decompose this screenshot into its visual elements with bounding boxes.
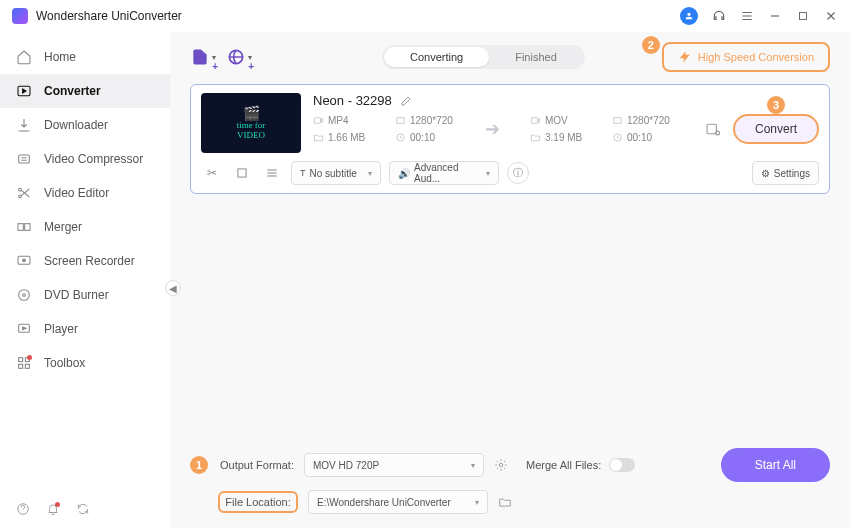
sidebar-item-converter[interactable]: Converter: [0, 74, 170, 108]
sidebar-footer: [0, 490, 170, 528]
sidebar-item-label: Player: [44, 322, 78, 336]
download-icon: [16, 117, 32, 133]
svg-point-27: [499, 463, 503, 467]
file-name: Neon - 32298: [313, 93, 392, 108]
sidebar-item-player[interactable]: Player: [0, 312, 170, 346]
item-settings-button[interactable]: ⚙Settings: [752, 161, 819, 185]
app-title: Wondershare UniConverter: [36, 9, 680, 23]
add-url-button[interactable]: +▾: [226, 44, 252, 70]
annotation-badge-2: 2: [642, 36, 660, 54]
sidebar: Home Converter Downloader Video Compress…: [0, 32, 170, 528]
svg-rect-14: [19, 364, 23, 368]
high-speed-label: High Speed Conversion: [698, 51, 814, 63]
audio-select[interactable]: 🔊Advanced Aud...▾: [389, 161, 499, 185]
sidebar-item-burner[interactable]: DVD Burner: [0, 278, 170, 312]
video-icon: [313, 115, 324, 126]
svg-rect-13: [25, 358, 29, 362]
annotation-badge-1: 1: [190, 456, 208, 474]
file-location-select[interactable]: E:\Wondershare UniConverter▾: [308, 490, 488, 514]
tab-converting[interactable]: Converting: [384, 47, 489, 67]
target-meta: MOV 1280*720 3.19 MB 00:10: [530, 115, 672, 143]
video-thumbnail[interactable]: 🎬 time for VIDEO: [201, 93, 301, 153]
format-settings-icon[interactable]: [494, 458, 508, 472]
svg-rect-22: [614, 118, 621, 124]
resolution-icon: [395, 115, 406, 126]
sidebar-item-label: Video Compressor: [44, 152, 143, 166]
play-icon: [16, 321, 32, 337]
svg-point-9: [19, 290, 30, 301]
tab-finished[interactable]: Finished: [489, 47, 583, 67]
scissors-icon: [16, 185, 32, 201]
info-icon[interactable]: ⓘ: [507, 162, 529, 184]
compress-icon: [16, 151, 32, 167]
svg-rect-26: [238, 169, 246, 177]
more-icon[interactable]: [261, 162, 283, 184]
user-avatar-icon[interactable]: [680, 7, 698, 25]
annotation-badge-3: 3: [767, 96, 785, 114]
output-format-label: Output Format:: [214, 459, 294, 471]
start-all-button[interactable]: Start All: [721, 448, 830, 482]
headset-icon[interactable]: [712, 9, 726, 23]
sidebar-item-label: Downloader: [44, 118, 108, 132]
sidebar-item-editor[interactable]: Video Editor: [0, 176, 170, 210]
source-meta: MP4 1280*720 1.66 MB 00:10: [313, 115, 455, 143]
high-speed-toggle[interactable]: 2 High Speed Conversion: [662, 42, 830, 72]
sidebar-item-label: Converter: [44, 84, 101, 98]
minimize-icon[interactable]: [768, 9, 782, 23]
sidebar-item-home[interactable]: Home: [0, 40, 170, 74]
sidebar-item-recorder[interactable]: Screen Recorder: [0, 244, 170, 278]
svg-rect-18: [314, 118, 320, 124]
menu-icon[interactable]: [740, 9, 754, 23]
svg-rect-19: [397, 118, 404, 124]
toolbar: +▾ +▾ Converting Finished 2 High Speed C…: [190, 42, 830, 72]
add-file-button[interactable]: +▾: [190, 44, 216, 70]
clock-icon: [395, 132, 406, 143]
sidebar-item-label: DVD Burner: [44, 288, 109, 302]
bolt-icon: [678, 50, 692, 64]
svg-point-3: [19, 188, 22, 191]
sidebar-item-label: Home: [44, 50, 76, 64]
svg-rect-15: [25, 364, 29, 368]
svg-point-4: [19, 195, 22, 198]
sidebar-item-label: Toolbox: [44, 356, 85, 370]
merge-label: Merge All Files:: [526, 459, 601, 471]
output-settings-icon[interactable]: [705, 121, 721, 137]
crop-icon[interactable]: [231, 162, 253, 184]
svg-rect-5: [18, 224, 23, 231]
maximize-icon[interactable]: [796, 9, 810, 23]
convert-button[interactable]: Convert: [733, 114, 819, 144]
status-tabs: Converting Finished: [382, 45, 585, 69]
svg-point-8: [23, 259, 26, 262]
close-icon[interactable]: [824, 9, 838, 23]
bell-icon[interactable]: [46, 502, 60, 516]
trim-icon[interactable]: ✂: [201, 162, 223, 184]
thumbnail-text: time for VIDEO: [237, 121, 266, 141]
merge-toggle[interactable]: [609, 458, 635, 472]
svg-rect-2: [19, 155, 30, 163]
converter-icon: [16, 83, 32, 99]
folder-icon: [313, 132, 324, 143]
sidebar-item-merger[interactable]: Merger: [0, 210, 170, 244]
svg-point-10: [23, 294, 26, 297]
svg-rect-21: [531, 118, 537, 124]
titlebar: Wondershare UniConverter: [0, 0, 850, 32]
sidebar-item-toolbox[interactable]: Toolbox: [0, 346, 170, 380]
subtitle-select[interactable]: TNo subtitle▾: [291, 161, 381, 185]
help-icon[interactable]: [16, 502, 30, 516]
svg-rect-12: [19, 358, 23, 362]
sidebar-item-label: Screen Recorder: [44, 254, 135, 268]
arrow-icon: ➔: [485, 118, 500, 140]
merge-icon: [16, 219, 32, 235]
sidebar-item-compressor[interactable]: Video Compressor: [0, 142, 170, 176]
disc-icon: [16, 287, 32, 303]
record-icon: [16, 253, 32, 269]
home-icon: [16, 49, 32, 65]
open-folder-icon[interactable]: [498, 495, 512, 509]
refresh-icon[interactable]: [76, 502, 90, 516]
sidebar-item-downloader[interactable]: Downloader: [0, 108, 170, 142]
sidebar-item-label: Video Editor: [44, 186, 109, 200]
svg-rect-24: [707, 124, 716, 133]
rename-icon[interactable]: [400, 95, 412, 107]
output-format-select[interactable]: MOV HD 720P▾: [304, 453, 484, 477]
sidebar-item-label: Merger: [44, 220, 82, 234]
